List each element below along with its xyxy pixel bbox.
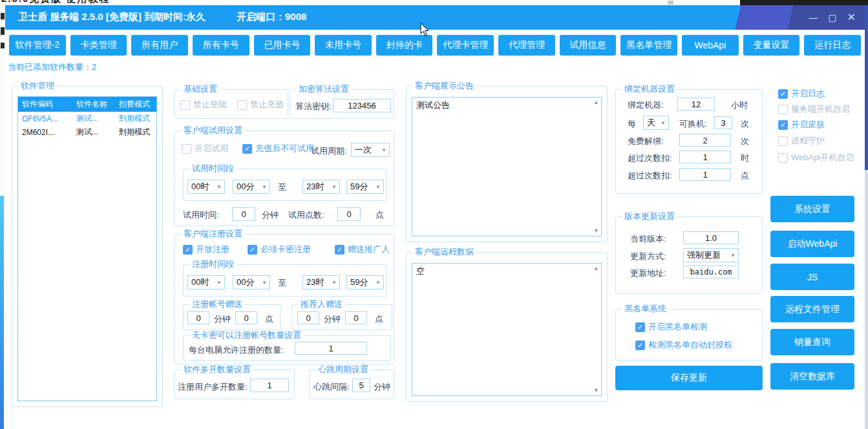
no-card-limit-input[interactable]: 1 (295, 342, 367, 355)
scroll-up-icon[interactable]: ▲ (593, 266, 599, 271)
tab-used-cards[interactable]: 已用卡号 (254, 35, 311, 56)
trial-time-input[interactable]: 0 (232, 207, 255, 221)
version-update-group: 版本更新设置 当前版本: 1.0 更新方式: 强制更新 ▼ 更新地址: baid… (615, 216, 763, 294)
remote-file-manage-button[interactable]: 远程文件管理 (770, 296, 854, 322)
algo-key-input[interactable]: 123456 (333, 99, 391, 112)
tab-unused-cards[interactable]: 未用卡号 (315, 35, 372, 56)
software-manage-group: 软件管理 软件编码 软件名称 扣费模式 OF6V5A... 测试... 到期模式… (12, 86, 163, 407)
checkbox-open-trial[interactable]: ✓ 开启试用 (182, 143, 228, 154)
checkbox-need-card-register[interactable]: ✓ 必须卡密注册 (248, 244, 311, 255)
checkbox-gift-promoter[interactable]: ✓ 赠送推广人 (335, 244, 390, 255)
table-row[interactable]: OF6V5A... 测试... 到期模式 (18, 112, 156, 125)
trial-to-minute-select[interactable]: 59分 ▼ (346, 180, 384, 194)
register-from-hour-select[interactable]: 00时 ▼ (187, 275, 225, 289)
register-gift-referrer-group: 推荐人赠送 0 分钟 0 点 (291, 304, 392, 330)
unit-label: 分钟 (374, 381, 390, 393)
trial-to-hour-select[interactable]: 23时 ▼ (302, 180, 340, 194)
checkbox-no-recharge[interactable]: ✓ 禁止充值 (237, 99, 284, 110)
bind-machine-input[interactable]: 12 (677, 98, 715, 110)
sales-query-button[interactable]: 销量查询 (770, 329, 854, 355)
close-icon[interactable]: ✕ (847, 12, 856, 23)
group-title: 注册时间段 (189, 260, 237, 269)
table-row[interactable]: 2M602I... 测试... 到期模式 (18, 125, 156, 139)
change-machine-input[interactable]: 3 (714, 116, 732, 129)
checkbox-blacklist-detect[interactable]: ✓ 开启黑名单检测 (635, 321, 707, 333)
register-to-minute-select[interactable]: 59分 ▼ (346, 275, 384, 289)
tabbar: 软件管理-2 卡类管理 所有用户 所有卡号 已用卡号 未用卡号 封停的卡 代理卡… (9, 35, 861, 56)
checkbox-process-guard[interactable]: ✓ 进程守护 (778, 135, 825, 147)
trial-points-input[interactable]: 0 (337, 207, 361, 221)
tab-blacklist-manage[interactable]: 黑名单管理 (620, 35, 677, 56)
gift-referrer-minutes-input[interactable]: 0 (297, 311, 319, 324)
start-webapi-button[interactable]: 启动WebApi (770, 231, 854, 257)
trial-period-select[interactable]: 一次 ▼ (351, 143, 390, 157)
tab-run-log[interactable]: 运行日志 (804, 35, 861, 56)
check-icon: ✓ (185, 246, 191, 253)
background-left-sliver (0, 5, 5, 429)
checkbox-server-autostart[interactable]: ✓ 服务端开机自启 (778, 103, 850, 115)
chevron-down-icon: ▼ (214, 184, 224, 190)
group-title: 无卡密可以注册帐号数量设置 (189, 331, 304, 340)
tab-banned-cards[interactable]: 封停的卡 (376, 35, 433, 56)
group-title: 客户端展示公告 (412, 81, 476, 90)
update-method-select[interactable]: 强制更新 ▼ (683, 248, 739, 262)
tab-all-users[interactable]: 所有用户 (131, 35, 188, 56)
remote-data-textarea[interactable]: 空 ▲ ▼ (412, 263, 602, 396)
tab-agent-manage[interactable]: 代理管理 (498, 35, 555, 56)
trial-from-minute-select[interactable]: 00分 ▼ (233, 180, 270, 194)
clear-database-button[interactable]: 清空数据库 (770, 363, 854, 390)
gift-account-points-input[interactable]: 0 (235, 311, 257, 324)
scroll-down-icon[interactable]: ▼ (593, 388, 599, 393)
column-code: 软件编码 (18, 99, 72, 110)
per-period-select[interactable]: 天 ▼ (643, 116, 669, 130)
register-to-hour-select[interactable]: 23时 ▼ (302, 275, 340, 289)
save-update-button[interactable]: 保存更新 (615, 366, 763, 390)
minimize-icon[interactable]: — (809, 13, 818, 22)
register-from-minute-select[interactable]: 00分 ▼ (233, 275, 270, 289)
over-limit-hours-input[interactable]: 1 (679, 151, 731, 163)
checkbox-no-login[interactable]: ✓ 禁止登陆 (180, 99, 227, 110)
cell-mode: 到期模式 (115, 113, 156, 124)
software-list[interactable]: 软件编码 软件名称 扣费模式 OF6V5A... 测试... 到期模式 2M60… (17, 96, 157, 401)
titlebar[interactable]: 卫士盾 服务端 2.5.0 [免费版] 到期时间:永久 开启端口：9008 — … (5, 5, 865, 30)
tab-agent-card-manage[interactable]: 代理卡管理 (437, 35, 494, 56)
window-controls: — ▢ ✕ (809, 5, 856, 30)
checkbox-label: 开启黑名单检测 (648, 321, 707, 333)
over-limit-points-input[interactable]: 1 (679, 168, 731, 181)
free-unbind-input[interactable]: 2 (679, 134, 731, 147)
remote-data-group: 客户端远程数据 空 ▲ ▼ (406, 252, 608, 402)
select-value: 强制更新 (684, 249, 728, 261)
tab-webapi[interactable]: WebApi (682, 35, 739, 56)
heartbeat-input[interactable]: 5 (352, 379, 370, 392)
js-button[interactable]: JS (770, 264, 854, 290)
checkbox-blacklist-auto-ban[interactable]: ✓ 检测黑名单自动封授权 (635, 339, 732, 351)
maximize-icon[interactable]: ▢ (828, 13, 836, 22)
tab-variable-settings[interactable]: 变量设置 (743, 35, 800, 56)
checkbox-icon: ✓ (778, 89, 788, 99)
update-url-input[interactable]: baidu.com (683, 266, 739, 278)
trial-from-hour-select[interactable]: 00时 ▼ (187, 180, 225, 194)
scroll-down-icon[interactable]: ▼ (593, 228, 599, 234)
checkbox-enable-log[interactable]: ✓ 开启日志 (778, 88, 825, 99)
tab-all-cards[interactable]: 所有卡号 (193, 35, 249, 56)
checkbox-label: 禁止充值 (250, 99, 284, 110)
checkbox-enable-skin[interactable]: ✓ 开启皮肤 (778, 119, 825, 131)
tab-trial-info[interactable]: 试用信息 (560, 35, 617, 56)
gift-referrer-points-input[interactable]: 0 (345, 311, 367, 324)
cell-mode: 到期模式 (115, 127, 156, 138)
system-settings-button[interactable]: 系统设置 (770, 196, 854, 222)
scroll-up-icon[interactable]: ▲ (593, 99, 599, 105)
multi-open-input[interactable]: 1 (250, 379, 289, 392)
chevron-down-icon: ▼ (373, 280, 383, 286)
tab-card-type-manage[interactable]: 卡类管理 (70, 35, 127, 56)
current-version-input[interactable]: 1.0 (683, 231, 739, 244)
checkbox-open-register[interactable]: ✓ 开放注册 (183, 244, 229, 255)
select-value: 00分 (233, 181, 259, 193)
trial-time-range-group: 试用时间段 00时 ▼ 00分 ▼ 至 23时 ▼ 59分 ▼ (183, 169, 387, 201)
checkbox-no-trial-after-pay[interactable]: ✓ 充值后不可试用 (242, 143, 314, 154)
gift-account-minutes-input[interactable]: 0 (187, 311, 209, 324)
announcement-textarea[interactable]: 测试公告 ▲ ▼ (412, 97, 602, 236)
tab-software-manage[interactable]: 软件管理-2 (9, 35, 66, 56)
checkbox-webapi-autostart[interactable]: ✓ WebApi开机自启 (778, 152, 854, 163)
checkbox-label: 进程守护 (791, 135, 825, 147)
